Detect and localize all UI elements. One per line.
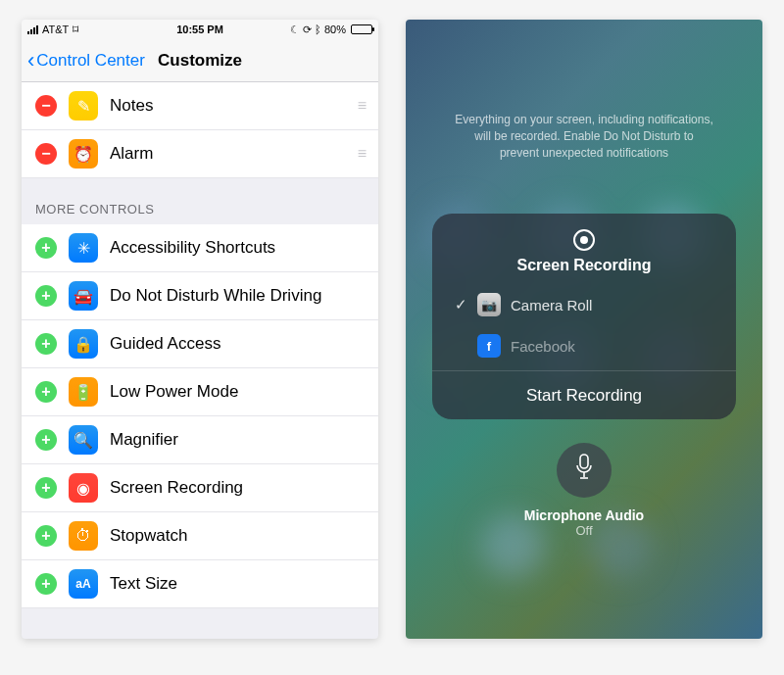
battery-mode-icon: 🔋: [69, 377, 98, 407]
microphone-toggle[interactable]: [557, 443, 612, 498]
accessibility-icon: ✳: [69, 233, 98, 263]
settings-screen: AT&T ⌑ 10:55 PM ☾ ⟳ ᛒ 80% ‹ Control Cent…: [22, 20, 378, 639]
list-item[interactable]: + ◉ Screen Recording: [22, 464, 378, 512]
remove-button[interactable]: −: [35, 95, 57, 117]
list-item[interactable]: − ✎ Notes ≡: [22, 82, 378, 130]
car-icon: 🚘: [69, 281, 98, 311]
alarm-icon: ⏰: [69, 139, 98, 169]
record-icon: ◉: [69, 473, 98, 503]
add-button[interactable]: +: [35, 573, 57, 595]
notes-icon: ✎: [69, 91, 98, 121]
list-item[interactable]: − ⏰ Alarm ≡: [22, 130, 378, 178]
included-list: − ✎ Notes ≡ − ⏰ Alarm ≡: [22, 82, 378, 178]
destination-label: Facebook: [511, 338, 575, 355]
mic-label: Microphone Audio: [524, 507, 644, 523]
status-bar: AT&T ⌑ 10:55 PM ☾ ⟳ ᛒ 80%: [22, 20, 378, 39]
row-label: Guided Access: [110, 334, 220, 354]
svg-rect-0: [580, 455, 588, 468]
list-item[interactable]: + aA Text Size: [22, 560, 378, 608]
list-item[interactable]: + ✳ Accessibility Shortcuts: [22, 224, 378, 272]
status-time: 10:55 PM: [22, 24, 378, 35]
list-item[interactable]: + 🚘 Do Not Disturb While Driving: [22, 272, 378, 320]
row-label: Magnifier: [110, 430, 178, 450]
row-label: Notes: [110, 96, 153, 116]
add-button[interactable]: +: [35, 429, 57, 451]
drag-handle-icon[interactable]: ≡: [358, 97, 365, 115]
add-button[interactable]: +: [35, 237, 57, 259]
row-label: Low Power Mode: [110, 382, 238, 402]
more-controls-list: + ✳ Accessibility Shortcuts + 🚘 Do Not D…: [22, 224, 378, 608]
panel-title: Screen Recording: [432, 257, 736, 274]
destination-facebook[interactable]: f Facebook: [432, 325, 736, 366]
lock-icon: 🔒: [69, 329, 98, 359]
list-item[interactable]: + 🔒 Guided Access: [22, 320, 378, 368]
destination-camera-roll[interactable]: ✓ 📷 Camera Roll: [432, 284, 736, 325]
add-button[interactable]: +: [35, 333, 57, 355]
row-label: Do Not Disturb While Driving: [110, 286, 321, 306]
list-item[interactable]: + 🔋 Low Power Mode: [22, 368, 378, 416]
mic-state: Off: [575, 523, 592, 538]
back-button[interactable]: ‹ Control Center: [22, 48, 145, 73]
nav-bar: ‹ Control Center Customize: [22, 39, 378, 82]
microphone-icon: [574, 454, 594, 487]
battery-icon: [351, 24, 372, 34]
recording-hint: Everything on your screen, including not…: [406, 112, 762, 161]
add-button[interactable]: +: [35, 477, 57, 499]
chevron-left-icon: ‹: [27, 48, 34, 73]
stopwatch-icon: ⏱: [69, 521, 98, 551]
drag-handle-icon[interactable]: ≡: [358, 145, 365, 163]
row-label: Screen Recording: [110, 478, 243, 498]
camera-icon: 📷: [477, 293, 501, 316]
record-circle-icon: [573, 229, 595, 251]
list-item[interactable]: + 🔍 Magnifier: [22, 416, 378, 464]
destination-label: Camera Roll: [511, 297, 592, 313]
row-label: Alarm: [110, 144, 153, 164]
add-button[interactable]: +: [35, 525, 57, 547]
section-header: MORE CONTROLS: [22, 178, 378, 224]
screen-recording-sheet: Everything on your screen, including not…: [406, 20, 762, 639]
text-size-icon: aA: [69, 569, 98, 599]
back-label: Control Center: [36, 51, 145, 71]
recording-panel: Screen Recording ✓ 📷 Camera Roll f Faceb…: [432, 214, 736, 419]
magnifier-icon: 🔍: [69, 425, 98, 455]
row-label: Text Size: [110, 574, 177, 594]
row-label: Accessibility Shortcuts: [110, 238, 275, 258]
list-item[interactable]: + ⏱ Stopwatch: [22, 512, 378, 560]
add-button[interactable]: +: [35, 381, 57, 403]
add-button[interactable]: +: [35, 285, 57, 307]
start-recording-button[interactable]: Start Recording: [432, 370, 736, 419]
checkmark-icon: ✓: [452, 296, 469, 313]
row-label: Stopwatch: [110, 526, 187, 546]
facebook-icon: f: [477, 334, 501, 358]
remove-button[interactable]: −: [35, 143, 57, 165]
